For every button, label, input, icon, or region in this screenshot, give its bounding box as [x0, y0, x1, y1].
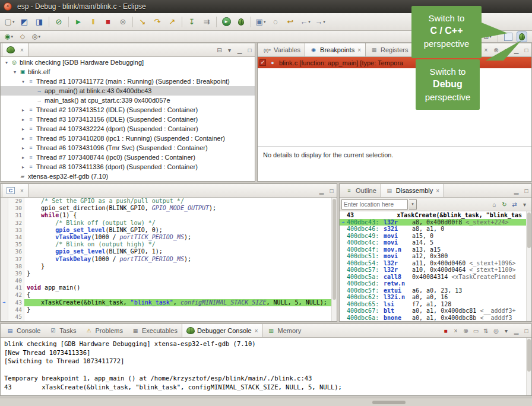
disassembly-row[interactable]: 400dbc4f:mov.na13, a15	[340, 246, 531, 253]
scrollbar-thumb[interactable]	[527, 212, 531, 248]
suspend-button[interactable]: ‖	[86, 15, 100, 29]
line-number[interactable]: 35	[8, 241, 24, 248]
remove-all-launches-icon[interactable]: ⊗	[461, 324, 471, 337]
code-text[interactable]: xTaskCreate(&blink_task, "blink_task", c…	[24, 299, 337, 306]
code-text[interactable]: gpio_set_level(BLINK_GPIO, 1);	[24, 248, 337, 255]
close-tab-icon[interactable]: ×	[357, 47, 361, 53]
console-output[interactable]: blink checking [GDB Hardware Debugging] …	[1, 338, 531, 395]
code-text[interactable]: }	[24, 306, 337, 313]
minimize-view-button[interactable]: ▁	[316, 184, 327, 197]
view-menu-icon[interactable]: ▾	[224, 43, 235, 56]
code-text[interactable]: vTaskDelay(1000 / portTICK_PERIOD_MS);	[24, 256, 337, 263]
gutter-marker[interactable]	[1, 313, 8, 321]
disassembly-row[interactable]: 400dbc5d:retw.n	[340, 280, 531, 287]
debug-tree-item[interactable]: ▸≡Thread #2 1073413512 (IDLE) (Suspended…	[1, 105, 255, 115]
close-tab-icon[interactable]: ×	[20, 47, 24, 53]
gutter-marker[interactable]	[1, 205, 8, 212]
code-line[interactable]: 39}	[1, 270, 337, 277]
step-over-button[interactable]: ↷	[150, 15, 164, 29]
code-text[interactable]: void app_main()	[24, 284, 337, 291]
resume-button[interactable]: ►	[71, 15, 86, 29]
display-selected-console-icon[interactable]: ▾	[501, 324, 511, 337]
drop-to-frame-button[interactable]: ↧	[185, 15, 199, 29]
tree-expander-icon[interactable]: ▾	[3, 60, 10, 65]
line-number[interactable]: 31	[8, 212, 24, 219]
disassembly-row[interactable]: 400dbc65:lsif7, a1, 128	[340, 301, 531, 308]
maximize-view-button[interactable]: □	[327, 184, 337, 197]
disassembly-row[interactable]: 400dbc4c:movia14, 5	[340, 239, 531, 246]
line-number[interactable]: 30	[8, 205, 24, 212]
code-line[interactable]: 40	[1, 277, 337, 284]
editor-body[interactable]: 29 /* Set the GPIO as a push/pull output…	[1, 198, 337, 321]
breakpoint-checkbox[interactable]: ✓	[259, 59, 266, 66]
tab-outline[interactable]: ≡Outline	[341, 184, 381, 197]
chevron-down-icon[interactable]: ▾	[409, 199, 417, 210]
tab-tasks[interactable]: ☑Tasks	[45, 324, 80, 337]
console-vertical-scrollbar[interactable]	[526, 338, 531, 395]
code-line[interactable]: 32 /* Blink off (output low) */	[1, 220, 337, 227]
debug-tree-item[interactable]: ▸≡Thread #7 1073408744 (ipc0) (Suspended…	[1, 153, 255, 162]
debug-tree-item[interactable]: ▾▣blink.elf	[1, 67, 255, 77]
new-wizard-button[interactable]: ▢▾	[2, 15, 17, 29]
open-element-button[interactable]: ◇	[16, 31, 29, 42]
remove-launch-icon[interactable]: ×	[451, 324, 461, 337]
tree-expander-icon[interactable]: ▸	[20, 164, 27, 170]
code-text[interactable]: }	[24, 263, 337, 270]
terminate-button[interactable]: ■	[101, 15, 115, 29]
gutter-marker[interactable]	[1, 270, 8, 277]
maximize-view-button[interactable]: □	[245, 43, 255, 56]
save-button[interactable]: ◩	[17, 15, 31, 29]
gutter-marker[interactable]	[1, 212, 8, 219]
disassembly-row[interactable]: 400dbc51:movia12, 0x300	[340, 253, 531, 260]
maximize-view-button[interactable]: □	[521, 324, 531, 337]
tab-problems[interactable]: ⚠Problems	[80, 324, 126, 337]
disassembly-row[interactable]: 400dbc46:s32ia8, a1, 0	[340, 226, 531, 233]
disassembly-row[interactable]: 400dbc5a:call80x40084314 <xTaskCreatePin…	[340, 274, 531, 281]
instruction-stepping-button[interactable]: ⇉	[200, 15, 214, 29]
code-line[interactable]: 30 gpio_set_direction(BLINK_GPIO, GPIO_M…	[1, 205, 337, 212]
code-text[interactable]: }	[24, 270, 337, 277]
scroll-lock-icon[interactable]: ⇅	[481, 324, 491, 337]
code-line[interactable]: 31 while(1) {	[1, 212, 337, 219]
view-menu-icon[interactable]: ▾	[520, 201, 530, 208]
tab-debugger-console[interactable]: Debugger Console×	[182, 324, 263, 337]
gutter-marker[interactable]	[1, 241, 8, 248]
code-text[interactable]: {	[24, 291, 337, 299]
line-number[interactable]: 34	[8, 234, 24, 241]
scrollbar-thumb[interactable]	[527, 339, 531, 372]
minimize-view-button[interactable]: ▁	[511, 184, 521, 197]
code-text[interactable]: /* Blink on (output high) */	[24, 241, 337, 248]
tab-variables[interactable]: (x)=Variables	[259, 43, 305, 56]
disassembly-row[interactable]: 400dbc62:l32i.na0, a0, 16	[340, 294, 531, 301]
debug-button[interactable]	[234, 15, 248, 29]
debug-tree-item[interactable]: ▸≡Thread #5 1073410208 (ipc1 : Running) …	[1, 134, 255, 143]
code-line[interactable]: 42{	[1, 291, 337, 299]
vertical-sash[interactable]	[337, 183, 339, 322]
close-tab-icon[interactable]: ×	[20, 188, 24, 194]
tree-expander-icon[interactable]: ▸	[20, 107, 27, 113]
disassembly-row[interactable]: 400dbc5f:extuia6, a0, 23, 13	[340, 287, 531, 294]
pin-console-icon[interactable]: ◎	[491, 324, 501, 337]
close-tab-icon[interactable]: ×	[436, 188, 439, 194]
vertical-sash[interactable]	[255, 43, 257, 182]
minimize-view-button[interactable]: ▁	[235, 43, 245, 56]
tree-expander-icon[interactable]: ▸	[20, 117, 27, 122]
line-number[interactable]: 45	[8, 313, 24, 321]
step-into-button[interactable]: ↘	[135, 15, 150, 29]
code-text[interactable]: gpio_set_level(BLINK_GPIO, 0);	[24, 227, 337, 234]
home-icon[interactable]: ⌂	[489, 201, 499, 208]
code-text[interactable]	[24, 277, 337, 284]
external-tools-button[interactable]: ◉▾	[2, 31, 15, 42]
debug-tree-item[interactable]: ▸≡Thread #3 1073413156 (IDLE) (Suspended…	[1, 115, 255, 124]
code-line[interactable]: 41void app_main()	[1, 284, 337, 291]
tab-blink-c[interactable]: ×	[2, 184, 28, 197]
window-close-button[interactable]: ×	[4, 2, 12, 11]
line-number[interactable]: 41	[8, 284, 24, 291]
code-text[interactable]: /* Set the GPIO as a push/pull output */	[24, 198, 337, 205]
new-c-project-button[interactable]: ▣▾	[254, 15, 268, 29]
disassembly-vertical-scrollbar[interactable]	[526, 211, 531, 321]
gutter-marker[interactable]	[1, 263, 8, 270]
code-line[interactable]: 35 /* Blink on (output high) */	[1, 241, 337, 248]
line-number[interactable]: 29	[8, 198, 24, 205]
refresh-icon[interactable]: ↻	[499, 201, 509, 208]
